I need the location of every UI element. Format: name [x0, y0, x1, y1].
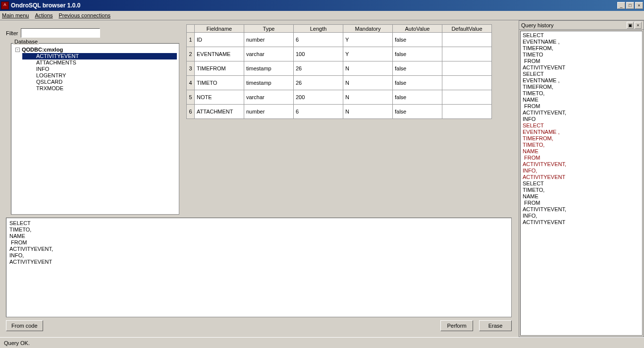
from-code-button[interactable]: From code [6, 320, 43, 331]
tree-item[interactable]: TRXMODE [22, 85, 177, 92]
tree-item[interactable]: ACTIVITYEVENT [22, 53, 177, 59]
menu-main[interactable]: Main menu [2, 12, 29, 18]
grid-cell[interactable]: timestamp [244, 76, 294, 90]
query-history-title: Query history [521, 22, 626, 28]
grid-header[interactable]: Mandatory [343, 25, 393, 33]
grid-panel: FieldnameTypeLengthMandatoryAutoValueDef… [186, 24, 512, 215]
titlebar: ^ OndroSQL browser 1.0.0 _ □ × [0, 0, 644, 11]
perform-button[interactable]: Perform [440, 320, 473, 331]
grid-header[interactable]: AutoValue [393, 25, 442, 33]
menu-actions[interactable]: Actions [35, 12, 53, 18]
grid-cell[interactable]: N [343, 76, 393, 90]
grid-cell[interactable]: timestamp [244, 61, 294, 76]
tree-item[interactable]: ATTACHMENTS [22, 59, 177, 66]
sql-editor[interactable]: SELECT TIMETO, NAME FROM ACTIVITYEVENT, … [6, 218, 512, 317]
grid-cell[interactable]: 6 [294, 105, 343, 119]
grid-cell[interactable]: 100 [294, 47, 343, 61]
grid-cell[interactable]: TIMEFROM [195, 61, 244, 76]
grid-cell[interactable]: ATTACHMENT [195, 105, 244, 119]
maximize-button[interactable]: □ [626, 2, 634, 9]
grid-cell[interactable]: N [343, 61, 393, 76]
close-button[interactable]: × [635, 2, 643, 9]
history-entry[interactable]: SELECT TIMETO, NAME FROM ACTIVITYEVENT, … [523, 180, 640, 226]
tree-item[interactable]: INFO [22, 66, 177, 72]
tree-toggle-icon[interactable]: - [15, 48, 20, 52]
grid-cell[interactable]: varchar [244, 47, 294, 61]
grid-cell[interactable]: EVENTNAME [195, 47, 244, 61]
table-row[interactable]: 5NOTEvarchar200Nfalse [187, 90, 492, 105]
main-area: Filter Database - QODBC:cmxlog ACTIVITYE… [0, 20, 644, 337]
query-history-header: Query history ▣ × [519, 21, 644, 30]
query-history-list[interactable]: SELECT EVENTNAME , TIMEFROM, TIMETO FROM… [520, 31, 643, 336]
table-row[interactable]: 4TIMETOtimestamp26Nfalse [187, 76, 492, 90]
query-history-panel: Query history ▣ × SELECT EVENTNAME , TIM… [519, 20, 644, 337]
history-entry[interactable]: SELECT EVENTNAME , TIMEFROM, TIMETO FROM… [523, 32, 640, 71]
grid-header[interactable]: Type [244, 25, 294, 33]
status-text: Query OK. [4, 340, 30, 346]
grid-cell[interactable] [442, 90, 492, 105]
filter-label: Filter [6, 30, 18, 36]
grid-cell[interactable]: NOTE [195, 90, 244, 105]
grid-cell[interactable]: 200 [294, 90, 343, 105]
table-row[interactable]: 3TIMEFROMtimestamp26Nfalse [187, 61, 492, 76]
filter-input[interactable] [21, 28, 100, 38]
table-row[interactable]: 6ATTACHMENTnumber6Nfalse [187, 105, 492, 119]
bottom-buttons: From code Perform Erase [6, 320, 512, 331]
grid-cell[interactable]: N [343, 90, 393, 105]
window-title: OndroSQL browser 1.0.0 [11, 2, 617, 9]
row-header[interactable]: 5 [187, 90, 195, 105]
grid-cell[interactable] [442, 61, 492, 76]
grid-cell[interactable]: false [393, 61, 442, 76]
grid-cell[interactable]: 6 [294, 33, 343, 47]
row-header[interactable]: 4 [187, 76, 195, 90]
grid-header[interactable]: Fieldname [195, 25, 244, 33]
grid-cell[interactable]: false [393, 33, 442, 47]
grid-cell[interactable]: Y [343, 47, 393, 61]
grid-cell[interactable] [442, 76, 492, 90]
grid-cell[interactable]: 26 [294, 61, 343, 76]
minimize-button[interactable]: _ [617, 2, 625, 9]
history-entry[interactable]: SELECT EVENTNAME , TIMEFROM, TIMETO, NAM… [523, 71, 640, 122]
grid-cell[interactable]: false [393, 76, 442, 90]
grid-cell[interactable]: TIMETO [195, 76, 244, 90]
tree-root[interactable]: - QODBC:cmxlog [13, 47, 177, 53]
grid-cell[interactable]: 26 [294, 76, 343, 90]
history-dock-button[interactable]: ▣ [627, 22, 634, 29]
grid-cell[interactable] [442, 105, 492, 119]
grid-corner [187, 25, 195, 33]
grid-cell[interactable]: N [343, 105, 393, 119]
row-header[interactable]: 2 [187, 47, 195, 61]
grid-cell[interactable]: false [393, 105, 442, 119]
filter-row: Filter [6, 28, 100, 38]
row-header[interactable]: 3 [187, 61, 195, 76]
grid-cell[interactable]: false [393, 47, 442, 61]
erase-button[interactable]: Erase [479, 320, 512, 331]
history-entry[interactable]: SELECT EVENTNAME , TIMEFROM, TIMETO, NAM… [523, 122, 640, 180]
row-header[interactable]: 1 [187, 33, 195, 47]
tree-item[interactable]: LOGENTRY [22, 72, 177, 79]
row-header[interactable]: 6 [187, 105, 195, 119]
menu-prev-connections[interactable]: Previous connections [59, 12, 111, 18]
table-row[interactable]: 1IDnumber6Yfalse [187, 33, 492, 47]
history-close-button[interactable]: × [635, 22, 642, 29]
grid-cell[interactable]: number [244, 105, 294, 119]
tree-root-label: QODBC:cmxlog [22, 47, 63, 53]
app-icon: ^ [1, 1, 9, 9]
grid-header[interactable]: Length [294, 25, 343, 33]
table-row[interactable]: 2EVENTNAMEvarchar100Yfalse [187, 47, 492, 61]
database-panel: Database - QODBC:cmxlog ACTIVITYEVENTATT… [11, 43, 179, 215]
database-tree[interactable]: - QODBC:cmxlog ACTIVITYEVENTATTACHMENTSI… [11, 44, 179, 95]
menubar: Main menu Actions Previous connections [0, 11, 644, 20]
grid-cell[interactable] [442, 33, 492, 47]
fields-grid[interactable]: FieldnameTypeLengthMandatoryAutoValueDef… [186, 24, 492, 119]
tree-item[interactable]: QSLCARD [22, 79, 177, 85]
grid-cell[interactable] [442, 47, 492, 61]
database-panel-label: Database [13, 39, 39, 45]
grid-header[interactable]: DefaultValue [442, 25, 492, 33]
grid-cell[interactable]: ID [195, 33, 244, 47]
statusbar: Query OK. [0, 337, 644, 348]
grid-cell[interactable]: varchar [244, 90, 294, 105]
grid-cell[interactable]: false [393, 90, 442, 105]
grid-cell[interactable]: Y [343, 33, 393, 47]
grid-cell[interactable]: number [244, 33, 294, 47]
